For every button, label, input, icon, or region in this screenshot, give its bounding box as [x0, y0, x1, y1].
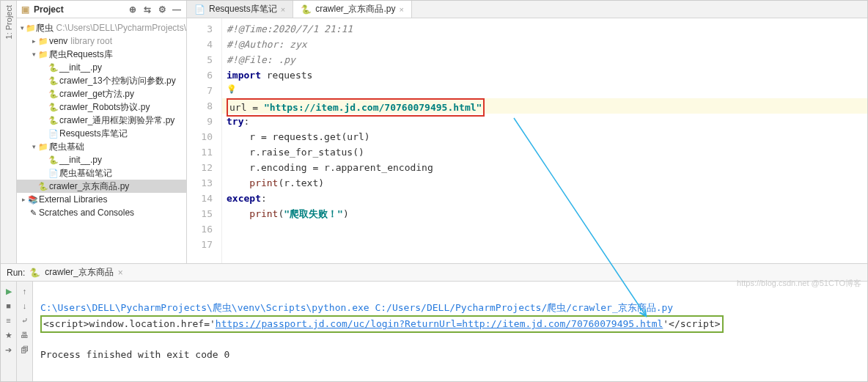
tree-item[interactable]: ✎Scratches and Consoles: [17, 206, 186, 219]
close-icon[interactable]: ×: [118, 268, 123, 278]
tree-item[interactable]: ▾📁爬虫基础: [17, 140, 186, 153]
run-toolbar-left: ▶ ■ ≡ ★ ➔: [1, 282, 17, 381]
left-tool-strip: 1: Project: [1, 1, 17, 263]
tree-item[interactable]: ▸📁venvlibrary root: [17, 34, 186, 48]
close-icon[interactable]: ×: [281, 5, 285, 14]
folder-icon: ▣: [21, 4, 29, 15]
tree-item[interactable]: 🐍crawler_京东商品.py: [17, 180, 186, 193]
locate-icon[interactable]: ⊕: [128, 4, 138, 15]
console-link[interactable]: https://passport.jd.com/uc/login?ReturnU…: [216, 318, 663, 329]
code-line[interactable]: [222, 83, 867, 98]
console-exit: Process finished with exit code 0: [40, 349, 229, 360]
run-toolbar-left2: ↑ ↓ ⤶ 🖶 🗐: [17, 282, 33, 381]
code-line[interactable]: r.encoding = r.apparent_encoding: [222, 160, 867, 175]
code-line[interactable]: print(r.text): [222, 175, 867, 191]
up-icon[interactable]: ↑: [20, 286, 30, 296]
code-line[interactable]: [222, 221, 867, 237]
more-icon[interactable]: ➔: [4, 345, 14, 355]
project-toolwindow-tab[interactable]: 1: Project: [4, 5, 13, 39]
code-line[interactable]: except:: [222, 191, 867, 206]
python-icon: 🐍: [29, 268, 40, 278]
code-line[interactable]: #!@Time:2020/7/1 21:11: [222, 21, 867, 37]
editor-area: 📄Resquests库笔记×🐍crawler_京东商品.py× 34567891…: [187, 1, 867, 263]
rerun-icon[interactable]: ▶: [4, 286, 14, 296]
editor-tab[interactable]: 🐍crawler_京东商品.py×: [293, 1, 412, 18]
stop-icon[interactable]: ■: [4, 301, 14, 311]
editor-tabs: 📄Resquests库笔记×🐍crawler_京东商品.py×: [187, 1, 867, 18]
hide-icon[interactable]: —: [172, 4, 182, 15]
code-editor[interactable]: 💡 #!@Time:2020/7/1 21:11#!@Author: zyx#!…: [222, 18, 867, 263]
tree-item[interactable]: 🐍crawler_通用框架测验异常.py: [17, 114, 186, 127]
bulb-icon[interactable]: 💡: [227, 81, 237, 97]
tree-item[interactable]: 🐍crawler_Robots协议.py: [17, 100, 186, 114]
code-line[interactable]: [222, 237, 867, 252]
tree-item[interactable]: ▸📚External Libraries: [17, 193, 186, 206]
gear-icon[interactable]: ⚙: [157, 4, 167, 15]
project-panel: ▣ Project ⊕ ⇆ ⚙ — ▾📁爬虫C:\Users\DELL\Pych…: [17, 1, 187, 263]
pin-icon[interactable]: ★: [4, 330, 14, 340]
console-output[interactable]: C:\Users\DELL\PycharmProjects\爬虫\venv\Sc…: [33, 282, 867, 381]
print-icon[interactable]: 🖶: [20, 330, 30, 340]
tree-item[interactable]: 🐍crawler_13个控制访问参数.py: [17, 74, 186, 87]
console-command: C:\Users\DELL\PycharmProjects\爬虫\venv\Sc…: [40, 302, 673, 313]
watermark: https://blog.csdn.net @51CTO博客: [737, 278, 861, 289]
tree-item[interactable]: 🐍__init__.py: [17, 153, 186, 166]
collapse-icon[interactable]: ⇆: [142, 4, 152, 15]
editor-tab[interactable]: 📄Resquests库笔记×: [187, 1, 293, 18]
tree-item[interactable]: ▾📁爬虫C:\Users\DELL\PycharmProjects\: [17, 21, 186, 34]
project-panel-title: Project: [34, 4, 123, 15]
console-script-output: <script>window.location.href='https://pa…: [40, 315, 724, 333]
editor-gutter: 34567891011121314151617: [187, 18, 222, 263]
tree-item[interactable]: ▾📁爬虫Requests库: [17, 48, 186, 61]
code-line[interactable]: #!@Author: zyx: [222, 37, 867, 52]
code-line[interactable]: url = "https://item.jd.com/70760079495.h…: [222, 98, 867, 114]
layout-icon[interactable]: ≡: [4, 315, 14, 326]
trash-icon[interactable]: 🗐: [20, 345, 30, 355]
tree-item[interactable]: 📄爬虫基础笔记: [17, 166, 186, 180]
run-label: Run:: [7, 268, 25, 278]
project-tree[interactable]: ▾📁爬虫C:\Users\DELL\PycharmProjects\▸📁venv…: [17, 18, 186, 263]
code-line[interactable]: #!@File: .py: [222, 52, 867, 67]
down-icon[interactable]: ↓: [20, 301, 30, 311]
code-line[interactable]: print("爬取失败！"): [222, 206, 867, 221]
tree-item[interactable]: 🐍__init__.py: [17, 61, 186, 74]
close-icon[interactable]: ×: [400, 5, 404, 14]
tree-item[interactable]: 🐍crawler_get方法.py: [17, 87, 186, 100]
project-panel-header: ▣ Project ⊕ ⇆ ⚙ —: [17, 1, 186, 18]
wrap-icon[interactable]: ⤶: [20, 315, 30, 326]
run-config-name[interactable]: crawler_京东商品: [45, 266, 113, 279]
code-line[interactable]: r = requests.get(url): [222, 129, 867, 144]
tree-item[interactable]: 📄Resquests库笔记: [17, 127, 186, 140]
code-line[interactable]: r.raise_for_status(): [222, 144, 867, 160]
code-line[interactable]: import requests: [222, 67, 867, 83]
